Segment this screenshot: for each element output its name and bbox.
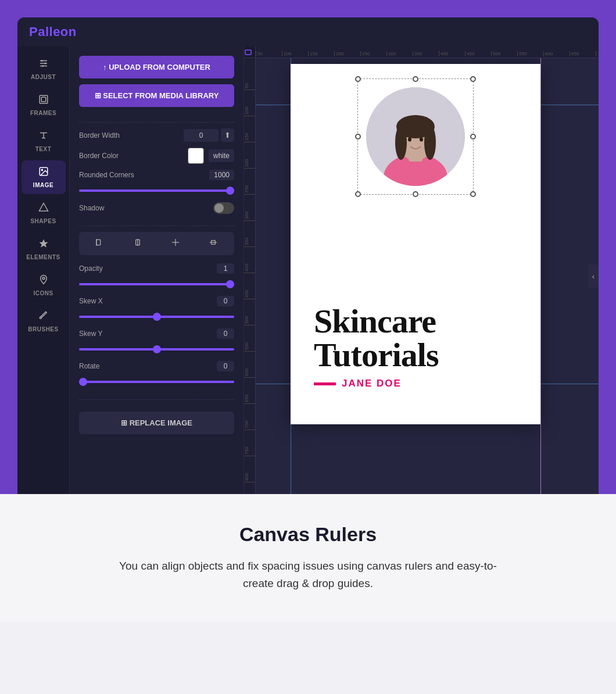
align-center-h-button[interactable] xyxy=(128,235,147,252)
svg-rect-21 xyxy=(245,50,251,55)
sidebar-item-image[interactable]: IMAGE xyxy=(22,160,66,194)
panel-collapse-toggle[interactable]: ‹ xyxy=(588,264,599,288)
ruler-top: 50 100 150 200 250 300 350 400 450 500 5… xyxy=(244,46,599,58)
profile-image-container[interactable] xyxy=(366,87,465,186)
skew-y-value: 0 xyxy=(217,328,234,339)
pink-guide-v xyxy=(540,58,541,494)
main-layout: ADJUST FRAMES xyxy=(17,46,599,494)
sidebar-item-frames[interactable]: FRAMES xyxy=(22,88,66,122)
ruler-mark: 700 xyxy=(596,51,599,56)
rotate-slider[interactable] xyxy=(79,381,234,383)
rounded-corners-slider[interactable] xyxy=(79,189,234,192)
sidebar-item-image-label: IMAGE xyxy=(33,182,53,188)
sidebar-item-text-label: TEXT xyxy=(35,146,52,152)
opacity-slider[interactable] xyxy=(79,283,234,285)
rotate-label: Rotate xyxy=(79,362,99,370)
ruler-mark: 400 xyxy=(439,51,465,56)
shadow-row: Shadow xyxy=(79,202,234,214)
align-distribute-v-button[interactable] xyxy=(204,235,223,252)
handle-mid-right[interactable] xyxy=(470,134,476,139)
ruler-mark: 300 xyxy=(386,51,413,56)
handle-top-left[interactable] xyxy=(355,76,361,82)
card-text: Skincare Tutorials JANE DOE xyxy=(314,305,529,389)
divider-3 xyxy=(79,399,234,400)
svg-rect-13 xyxy=(96,239,101,245)
align-row xyxy=(79,232,234,255)
handle-top-right[interactable] xyxy=(470,76,476,82)
sidebar-item-text[interactable]: TEXT xyxy=(22,124,66,158)
title-bar: Palleon xyxy=(17,17,599,46)
svg-point-3 xyxy=(41,60,42,62)
divider-2 xyxy=(79,226,234,226)
drawing-area[interactable]: Skincare Tutorials JANE DOE ‹ xyxy=(256,58,599,494)
brushes-icon xyxy=(38,310,49,324)
card-title: Skincare Tutorials xyxy=(314,305,529,372)
icons-icon xyxy=(38,274,49,288)
description-title: Canvas Rulers xyxy=(46,523,570,546)
handle-bottom-left[interactable] xyxy=(355,191,361,197)
sidebar-item-icons[interactable]: ICONS xyxy=(22,269,66,302)
ruler-mark: 250 xyxy=(360,51,386,56)
elements-icon xyxy=(38,238,49,252)
upload-from-computer-button[interactable]: ↑ UPLOAD FROM COMPUTER xyxy=(79,56,234,78)
handle-bottom-center[interactable] xyxy=(413,191,418,197)
handle-mid-left[interactable] xyxy=(355,134,361,139)
ruler-mark: 650 xyxy=(570,51,596,56)
sidebar-item-frames-label: FRAMES xyxy=(30,110,56,116)
sidebar-item-adjust-label: ADJUST xyxy=(31,74,56,80)
sidebar-icons: ADJUST FRAMES xyxy=(17,46,70,494)
shapes-icon xyxy=(38,202,49,216)
card-author: JANE DOE xyxy=(342,378,402,389)
skew-y-slider[interactable] xyxy=(79,348,234,350)
color-picker[interactable]: white xyxy=(188,148,234,164)
sidebar-item-shapes[interactable]: SHAPES xyxy=(22,196,66,230)
border-color-label: Border Color xyxy=(79,152,119,160)
skew-x-label: Skew X xyxy=(79,297,103,305)
handle-top-center[interactable] xyxy=(413,76,418,82)
divider-1 xyxy=(79,122,234,123)
card-subtitle-row: JANE DOE xyxy=(314,378,529,389)
ruler-corner xyxy=(244,46,256,58)
border-width-input[interactable] xyxy=(184,129,219,142)
sidebar-item-elements[interactable]: ELEMENTS xyxy=(22,232,66,266)
profile-circle xyxy=(366,87,465,186)
svg-point-28 xyxy=(424,125,436,160)
sidebar-item-icons-label: ICONS xyxy=(33,290,53,296)
replace-image-button[interactable]: ⊞ REPLACE IMAGE xyxy=(79,412,234,434)
app-section: Palleon ADJUST xyxy=(0,0,616,494)
rotate-slider-container xyxy=(79,375,234,385)
app-logo: Palleon xyxy=(29,24,77,40)
rotate-value: 0 xyxy=(217,361,234,371)
text-icon xyxy=(38,130,49,144)
rounded-corners-value: 1000 xyxy=(209,170,234,180)
svg-marker-11 xyxy=(39,239,48,248)
skew-y-slider-container xyxy=(79,342,234,353)
color-swatch[interactable] xyxy=(188,148,204,164)
border-width-increment[interactable]: ⬆ xyxy=(221,128,234,142)
ruler-mark: 500 xyxy=(491,51,517,56)
ruler-mark: 350 xyxy=(413,51,439,56)
ruler-mark: 600 xyxy=(543,51,570,56)
opacity-slider-container xyxy=(79,277,234,288)
image-icon xyxy=(38,166,49,180)
ruler-mark: 450 xyxy=(465,51,491,56)
adjust-icon xyxy=(38,58,49,71)
skew-x-slider[interactable] xyxy=(79,316,234,318)
shadow-label: Shadow xyxy=(79,204,104,212)
select-from-library-button[interactable]: ⊞ SELECT FROM MEDIA LIBRARY xyxy=(79,84,234,107)
rounded-corners-slider-container xyxy=(79,184,234,194)
controls-panel: ↑ UPLOAD FROM COMPUTER ⊞ SELECT FROM MED… xyxy=(70,46,244,494)
design-card[interactable]: Skincare Tutorials JANE DOE xyxy=(291,64,540,424)
align-distribute-h-button[interactable] xyxy=(166,235,185,252)
sidebar-item-elements-label: ELEMENTS xyxy=(26,254,60,260)
align-left-button[interactable] xyxy=(91,235,109,252)
canvas-area[interactable]: 50 100 150 200 250 300 350 400 450 500 5… xyxy=(244,46,599,494)
sidebar-item-adjust[interactable]: ADJUST xyxy=(22,52,66,86)
skew-y-label: Skew Y xyxy=(79,330,102,338)
shadow-toggle[interactable] xyxy=(213,202,234,214)
handle-bottom-right[interactable] xyxy=(470,191,476,197)
svg-point-5 xyxy=(42,65,44,67)
sidebar-item-brushes[interactable]: BRUSHES xyxy=(22,305,66,338)
skew-x-value: 0 xyxy=(217,296,234,306)
ruler-mark: 550 xyxy=(517,51,543,56)
